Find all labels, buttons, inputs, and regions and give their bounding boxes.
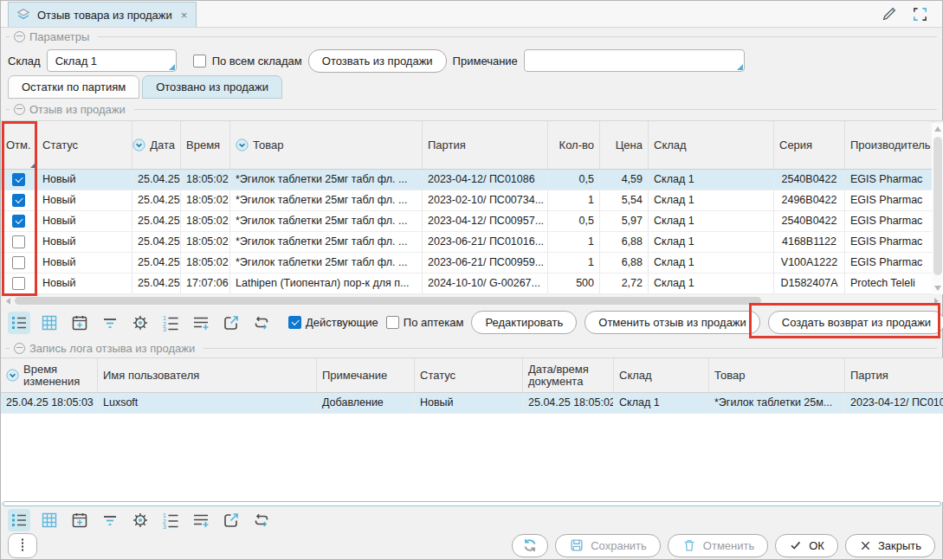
ok-button[interactable]: ОК bbox=[775, 534, 838, 557]
cell-date: 25.04.25 bbox=[132, 190, 181, 210]
col-status[interactable]: Статус bbox=[37, 121, 132, 169]
scroll-right-arrow[interactable] bbox=[934, 298, 939, 305]
numbered-list-icon[interactable]: 123 bbox=[159, 312, 182, 334]
collapse-icon[interactable] bbox=[14, 104, 25, 115]
calendar-add-icon[interactable] bbox=[68, 312, 91, 334]
trash-icon bbox=[681, 537, 697, 553]
col-warehouse[interactable]: Склад bbox=[649, 121, 774, 169]
row-checkbox[interactable] bbox=[12, 173, 25, 186]
sort-icon[interactable] bbox=[236, 138, 249, 151]
col-series[interactable]: Серия bbox=[774, 121, 845, 169]
settings-gear-icon[interactable] bbox=[129, 509, 152, 531]
col-warehouse[interactable]: Склад bbox=[614, 358, 709, 392]
expand-fullscreen-icon[interactable] bbox=[912, 6, 928, 23]
col-status[interactable]: Статус bbox=[415, 358, 523, 392]
by-pharmacy-checkbox[interactable] bbox=[386, 316, 399, 329]
col-price[interactable]: Цена bbox=[600, 121, 649, 169]
repeat-icon[interactable] bbox=[250, 312, 273, 334]
add-row-icon[interactable] bbox=[190, 509, 212, 531]
log-section-title: Запись лога отзыва из продажи bbox=[29, 342, 195, 355]
settings-gear-icon[interactable] bbox=[129, 312, 152, 334]
scroll-down-arrow[interactable] bbox=[934, 286, 941, 291]
horizontal-scrollbar[interactable] bbox=[3, 295, 942, 306]
save-button[interactable]: Сохранить bbox=[555, 534, 661, 557]
detail-view-icon[interactable] bbox=[8, 312, 30, 334]
sort-icon[interactable] bbox=[132, 138, 145, 151]
sort-icon[interactable] bbox=[6, 369, 19, 382]
row-checkbox[interactable] bbox=[12, 277, 25, 290]
recall-from-sale-button[interactable]: Отозвать из продажи bbox=[308, 49, 447, 73]
vertical-scrollbar[interactable] bbox=[932, 123, 943, 294]
active-checkbox[interactable] bbox=[288, 316, 301, 329]
filter-icon[interactable] bbox=[99, 509, 121, 531]
edit-pencil-icon[interactable] bbox=[881, 5, 898, 23]
document-tabbar: Отзыв товара из продажи × bbox=[1, 1, 942, 28]
scrollbar-thumb[interactable] bbox=[15, 297, 761, 305]
scroll-up-arrow[interactable] bbox=[934, 126, 941, 132]
cell-series: 2540B0422 bbox=[774, 170, 845, 190]
col-batch[interactable]: Партия bbox=[423, 121, 548, 169]
recall-section-header: Отзыв из продажи bbox=[6, 102, 937, 116]
row-checkbox[interactable] bbox=[12, 215, 25, 228]
row-checkbox[interactable] bbox=[12, 194, 25, 207]
document-tab[interactable]: Отзыв товара из продажи × bbox=[8, 2, 197, 27]
col-time[interactable]: Время bbox=[181, 121, 230, 169]
table-row[interactable]: Новый 25.04.25 17:07:06 Lathipen (Тиопен… bbox=[1, 274, 943, 294]
cancel-recall-button[interactable]: Отменить отзыв из продажи bbox=[585, 311, 760, 334]
col-product[interactable]: Товар bbox=[230, 121, 423, 169]
note-input[interactable] bbox=[533, 54, 736, 68]
row-checkbox[interactable] bbox=[12, 256, 25, 269]
col-batch[interactable]: Партия bbox=[845, 358, 943, 392]
row-checkbox[interactable] bbox=[12, 235, 25, 248]
col-user-name[interactable]: Имя пользователя bbox=[98, 358, 317, 392]
col-note[interactable]: Примечание bbox=[317, 358, 415, 392]
col-mark[interactable]: Отм. bbox=[1, 121, 37, 169]
col-change-time[interactable]: Время изменения bbox=[1, 358, 98, 392]
collapse-icon[interactable] bbox=[14, 31, 25, 42]
repeat-icon[interactable] bbox=[250, 509, 273, 531]
calendar-add-icon[interactable] bbox=[68, 509, 91, 531]
open-external-icon[interactable] bbox=[220, 509, 242, 531]
table-row[interactable]: Новый 25.04.25 18:05:02 *Эгилок таблетки… bbox=[1, 211, 943, 232]
cell-batch: 2023-04-12/ ПС01086 bbox=[423, 170, 548, 190]
refresh-button[interactable] bbox=[512, 534, 548, 557]
table-row[interactable]: Новый 25.04.25 18:05:02 *Эгилок таблетки… bbox=[1, 190, 943, 211]
cancel-button[interactable]: Отменить bbox=[668, 534, 768, 557]
cell-manufacturer: EGIS Pharmac bbox=[845, 232, 933, 252]
numbered-list-icon[interactable]: 123 bbox=[159, 509, 182, 531]
tab-close-icon[interactable]: × bbox=[181, 9, 188, 22]
collapse-icon[interactable] bbox=[14, 343, 25, 354]
filter-icon[interactable] bbox=[99, 312, 121, 334]
open-external-icon[interactable] bbox=[220, 312, 242, 334]
cell-status: Новый bbox=[37, 274, 132, 293]
view-tabs: Остатки по партиям Отозвано из продажи bbox=[8, 75, 282, 99]
table-row[interactable]: Новый 25.04.25 18:05:02 *Эгилок таблетки… bbox=[1, 232, 943, 253]
table-row[interactable]: Новый 25.04.25 18:05:02 *Эгилок таблетки… bbox=[1, 170, 943, 190]
horizontal-scrollbar[interactable] bbox=[3, 501, 941, 506]
warehouse-combobox[interactable]: Склад 1 bbox=[47, 49, 177, 72]
scrollbar-thumb[interactable] bbox=[933, 137, 942, 275]
cell-warehouse: Склад 1 bbox=[649, 190, 774, 210]
col-product[interactable]: Товар bbox=[709, 358, 845, 392]
table-row[interactable]: Новый 25.04.25 18:05:02 *Эгилок таблетки… bbox=[1, 253, 943, 274]
col-qty[interactable]: Кол-во bbox=[548, 121, 600, 169]
col-doc-datetime[interactable]: Дата/время документа bbox=[523, 358, 614, 392]
edit-button[interactable]: Редактировать bbox=[471, 311, 577, 334]
grid-view-icon[interactable] bbox=[38, 312, 61, 334]
tab-recalled-from-sale[interactable]: Отозвано из продажи bbox=[142, 75, 282, 99]
col-manufacturer[interactable]: Производитель bbox=[845, 121, 933, 169]
close-button[interactable]: Закрыть bbox=[845, 534, 935, 557]
all-warehouses-checkbox[interactable] bbox=[193, 55, 206, 68]
refresh-icon bbox=[521, 537, 539, 554]
table-row[interactable]: 25.04.25 18:05:03 Luxsoft Добавление Нов… bbox=[1, 393, 943, 414]
scroll-left-arrow[interactable] bbox=[6, 298, 10, 305]
detail-view-icon[interactable] bbox=[8, 509, 30, 531]
cell-doc-datetime: 25.04.25 18:05:02 bbox=[523, 393, 614, 413]
add-row-icon[interactable] bbox=[190, 312, 212, 334]
create-return-button[interactable]: Создать возврат из продажи bbox=[768, 311, 943, 334]
menu-dots-button[interactable] bbox=[8, 533, 37, 558]
col-date[interactable]: Дата bbox=[132, 121, 181, 169]
tab-stock-by-batches[interactable]: Остатки по партиям bbox=[8, 75, 139, 99]
cell-date: 25.04.25 bbox=[132, 274, 181, 293]
grid-view-icon[interactable] bbox=[38, 509, 61, 531]
